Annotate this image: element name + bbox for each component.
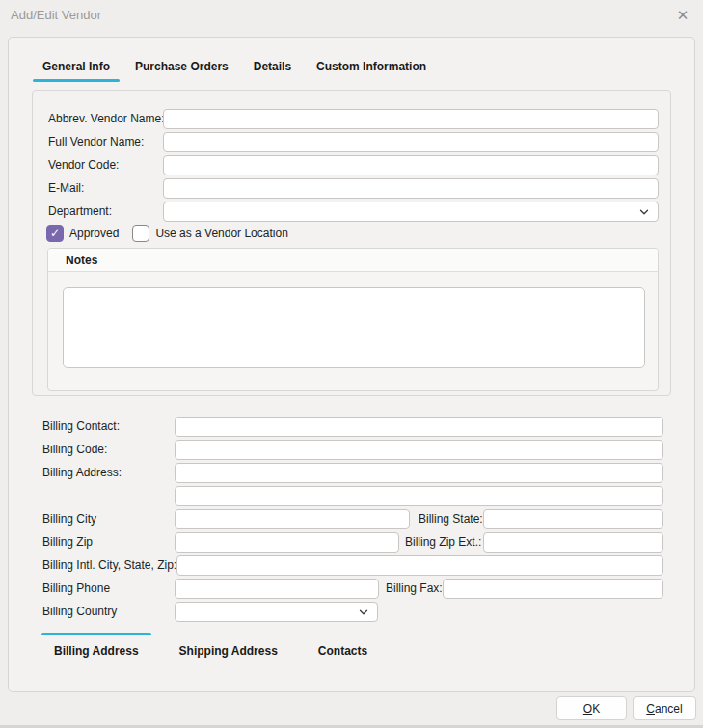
billing-zip-row: Billing Zip Billing Zip Ext.: [9,532,694,553]
tab-general-info-label: General Info [42,60,110,73]
vendor-code-input[interactable] [163,155,659,175]
billing-phone-label: Billing Phone [42,579,110,599]
email-input[interactable] [163,178,659,199]
use-vendor-location-checkbox[interactable] [132,225,149,242]
department-row: Department: [33,202,670,222]
department-select[interactable] [163,202,659,222]
billing-zip-input[interactable] [175,532,399,553]
use-vendor-location-label: Use as a Vendor Location [155,227,287,240]
tab-purchase-orders-label: Purchase Orders [135,60,229,73]
main-tab-strip: General Info Purchase Orders Details Cus… [33,58,436,82]
tab-general-info[interactable]: General Info [33,58,120,82]
email-label: E-Mail: [48,178,84,199]
dialog-body: General Info Purchase Orders Details Cus… [8,37,695,692]
billing-country-row: Billing Country [9,602,694,622]
ok-button-label: OK [583,702,600,715]
tab-custom-information-label: Custom Information [316,60,426,73]
abbrev-vendor-name-label: Abbrev. Vendor Name: [48,109,165,129]
tab-contacts[interactable]: Contacts [306,633,380,658]
tab-shipping-address-label: Shipping Address [179,644,278,658]
billing-contact-row: Billing Contact: [9,417,694,437]
billing-fax-label: Billing Fax: [386,579,443,599]
tab-custom-information[interactable]: Custom Information [307,58,436,82]
billing-address-row: Billing Address: [9,463,694,483]
tab-details-label: Details [254,60,291,73]
billing-contact-input[interactable] [175,417,663,437]
tab-contacts-label: Contacts [318,644,367,658]
billing-state-input[interactable] [483,509,663,529]
chevron-down-icon [638,206,650,218]
notes-textarea[interactable] [63,287,645,368]
billing-city-state-row: Billing City Billing State: [9,509,694,529]
billing-country-select[interactable] [175,602,378,622]
billing-country-label: Billing Country [42,602,117,622]
address-tab-strip: Billing Address Shipping Address Contact… [41,633,380,658]
billing-phone-fax-row: Billing Phone Billing Fax: [9,579,694,599]
full-vendor-name-input[interactable] [163,132,659,152]
close-icon[interactable]: ✕ [672,5,693,26]
billing-address-label: Billing Address: [42,463,122,483]
window-title: Add/Edit Vendor [11,8,101,22]
billing-address2-row [9,486,694,506]
billing-intl-label: Billing Intl. City, State, Zip: [42,555,176,576]
billing-zip-ext-input[interactable] [483,532,663,553]
billing-intl-input[interactable] [176,555,663,576]
vendor-code-label: Vendor Code: [48,155,119,175]
cancel-button-label: Cancel [646,702,682,715]
general-info-group: Abbrev. Vendor Name: Full Vendor Name: V… [32,90,671,396]
approved-checkbox[interactable]: ✓ [46,225,64,242]
notes-group: Notes [47,248,659,391]
tab-purchase-orders[interactable]: Purchase Orders [125,58,238,82]
full-vendor-name-row: Full Vendor Name: [33,132,670,152]
tab-billing-address-label: Billing Address [54,644,139,658]
ok-button[interactable]: OK [556,696,627,720]
abbrev-vendor-name-input[interactable] [163,109,659,129]
billing-address-line2-input[interactable] [175,486,663,506]
department-label: Department: [48,202,112,222]
billing-address-line1-input[interactable] [175,463,663,483]
chevron-down-icon [358,607,369,618]
billing-fax-input[interactable] [443,579,663,599]
billing-code-label: Billing Code: [42,440,107,460]
billing-code-row: Billing Code: [9,440,694,460]
billing-code-input[interactable] [175,440,663,460]
cancel-button[interactable]: Cancel [633,696,696,720]
billing-contact-label: Billing Contact: [42,417,120,437]
check-icon: ✓ [50,227,60,240]
checkbox-row: ✓ Approved Use as a Vendor Location [46,224,296,243]
abbrev-vendor-name-row: Abbrev. Vendor Name: [33,109,670,129]
billing-city-label: Billing City [42,509,96,529]
tab-details[interactable]: Details [244,58,301,82]
vendor-code-row: Vendor Code: [33,155,670,175]
billing-phone-input[interactable] [175,579,379,599]
full-vendor-name-label: Full Vendor Name: [48,132,144,152]
tab-billing-address[interactable]: Billing Address [41,633,151,658]
billing-state-label: Billing State: [419,509,483,529]
notes-title: Notes [48,249,658,272]
tab-shipping-address[interactable]: Shipping Address [167,633,290,658]
email-row: E-Mail: [33,178,670,199]
billing-zip-label: Billing Zip [42,532,93,553]
billing-city-input[interactable] [175,509,410,529]
approved-label: Approved [69,227,119,240]
billing-zip-ext-label: Billing Zip Ext.: [405,532,481,553]
billing-intl-row: Billing Intl. City, State, Zip: [9,555,694,576]
